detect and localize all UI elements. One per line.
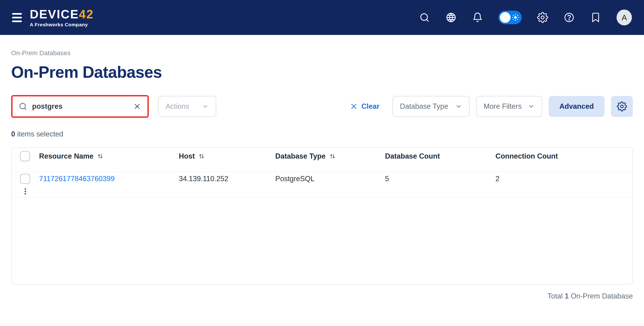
gear-icon (617, 101, 627, 111)
clear-filters-button[interactable]: Clear (350, 102, 380, 111)
search-box-highlighted[interactable] (11, 95, 149, 118)
search-icon[interactable] (419, 12, 430, 23)
database-count-cell: 5 (385, 175, 496, 183)
table-row: 7117261778463760399 34.139.110.252 Postg… (12, 172, 632, 198)
row-checkbox[interactable] (20, 174, 30, 184)
resource-name-link[interactable]: 7117261778463760399 (39, 175, 114, 183)
clear-x-icon (350, 103, 358, 110)
hamburger-menu-icon[interactable] (12, 13, 22, 22)
avatar-initial: A (622, 13, 627, 22)
toggle-knob (500, 12, 510, 23)
more-filters-dropdown[interactable]: More Filters (476, 96, 542, 117)
gear-icon[interactable] (537, 12, 548, 23)
brand-tagline: A Freshworks Company (30, 22, 94, 27)
help-icon[interactable] (564, 12, 575, 23)
select-all-checkbox[interactable] (20, 151, 30, 161)
column-header-database-count[interactable]: Database Count (385, 152, 496, 160)
globe-icon[interactable] (446, 12, 456, 23)
brand-logo[interactable]: DEVICE 42 A Freshworks Company (30, 8, 94, 27)
selection-label: items selected (17, 130, 63, 138)
selection-summary: 0 items selected (11, 130, 633, 138)
search-icon (18, 102, 28, 111)
clear-label: Clear (361, 102, 380, 111)
database-type-dropdown[interactable]: Database Type (392, 96, 470, 117)
brand-accent: 42 (79, 8, 94, 20)
table-settings-button[interactable] (611, 96, 633, 117)
clear-search-icon[interactable] (133, 102, 141, 111)
more-filters-label: More Filters (484, 102, 522, 111)
chevron-down-icon (455, 103, 462, 110)
total-prefix: Total (548, 292, 563, 300)
table-total-summary: Total 1 On-Prem Database (11, 292, 633, 300)
host-cell: 34.139.110.252 (179, 175, 275, 183)
column-header-resource-name[interactable]: Resource Name (39, 152, 179, 160)
databases-table: Resource Name Host Datab (11, 147, 633, 284)
column-header-database-type[interactable]: Database Type (275, 152, 385, 160)
database-type-label: Database Type (400, 102, 448, 111)
bell-icon[interactable] (472, 12, 483, 23)
column-header-host[interactable]: Host (179, 152, 275, 160)
sun-icon (512, 14, 520, 22)
kebab-icon (22, 188, 29, 195)
breadcrumb: On-Prem Databases (11, 49, 633, 57)
database-type-cell: PostgreSQL (275, 175, 385, 183)
toolbar: Actions Clear Database Type (11, 95, 633, 118)
table-header-row: Resource Name Host Datab (12, 148, 632, 172)
sort-icon[interactable] (97, 153, 104, 160)
total-count: 1 (565, 292, 569, 300)
actions-label: Actions (166, 102, 189, 111)
selection-count: 0 (11, 130, 15, 138)
search-input[interactable] (32, 102, 133, 111)
chevron-down-icon (202, 103, 209, 110)
brand-name: DEVICE (30, 8, 79, 20)
row-kebab-menu[interactable] (12, 188, 39, 195)
advanced-button[interactable]: Advanced (549, 96, 604, 117)
page-title: On-Prem Databases (11, 63, 633, 82)
total-suffix: On-Prem Database (571, 292, 633, 300)
chevron-down-icon (528, 103, 535, 110)
sort-icon[interactable] (198, 153, 205, 160)
page-content: On-Prem Databases On-Prem Databases Acti… (0, 49, 644, 300)
connection-count-cell: 2 (496, 175, 612, 183)
actions-dropdown[interactable]: Actions (158, 96, 216, 117)
theme-toggle[interactable] (498, 11, 522, 24)
top-navbar: DEVICE 42 A Freshworks Company (0, 0, 644, 35)
sort-icon[interactable] (329, 153, 336, 160)
column-header-connection-count[interactable]: Connection Count (496, 152, 612, 160)
bookmark-icon[interactable] (590, 12, 601, 23)
avatar[interactable]: A (616, 10, 632, 25)
